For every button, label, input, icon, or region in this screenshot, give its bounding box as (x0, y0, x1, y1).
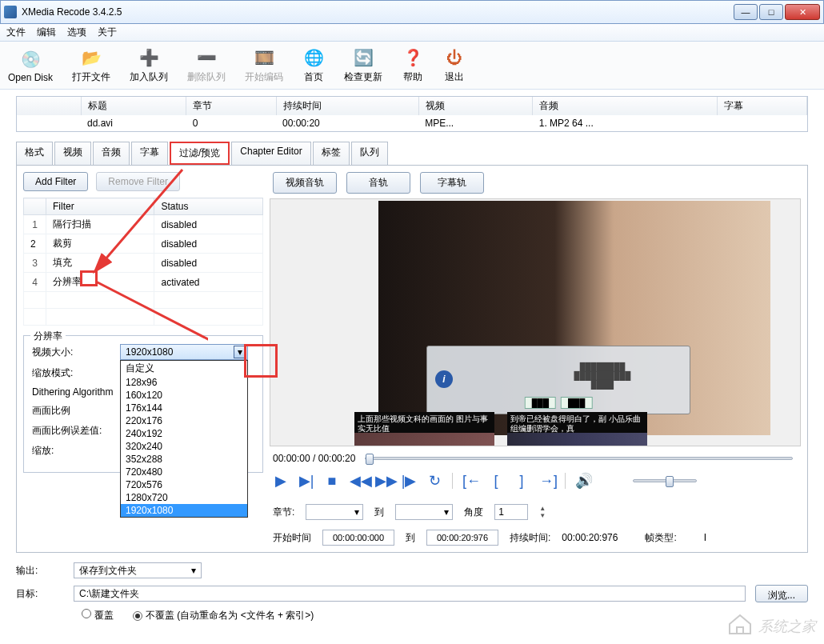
col-subtitle[interactable]: 字幕 (717, 97, 806, 115)
tab-filter-preview[interactable]: 过滤/预览 (170, 142, 230, 165)
loop-icon[interactable]: ↻ (426, 472, 442, 490)
tab-audio[interactable]: 音频 (93, 142, 130, 165)
tool-start-encode: 🎞️开始编码 (245, 46, 283, 84)
resolution-legend: 分辨率 (30, 330, 66, 343)
dropdown-option[interactable]: 240x192 (121, 427, 247, 440)
filter-row[interactable]: 1隔行扫描disabled (24, 215, 263, 234)
dropdown-option[interactable]: 320x240 (121, 440, 247, 453)
help-icon: ❓ (402, 46, 424, 69)
main-panel: Add Filter Remove Filter Filter Status 1… (16, 165, 808, 553)
dropdown-option[interactable]: 720x576 (121, 478, 247, 491)
step-forward-icon[interactable]: |▶ (401, 472, 417, 490)
col-audio[interactable]: 音频 (533, 97, 717, 115)
fast-forward-icon[interactable]: ▶▶ (375, 472, 391, 490)
menu-edit[interactable]: 编辑 (37, 26, 56, 39)
scale-mode-label: 缩放模式: (32, 366, 120, 380)
col-duration[interactable]: 持续时间 (276, 97, 418, 115)
angle-down-icon[interactable]: ▼ (539, 512, 550, 519)
preview-thumbnail[interactable]: 到帝已经被盘得明白了，副 小品乐曲组编删谓学会，真 (507, 412, 647, 446)
col-video[interactable]: 视频 (418, 97, 533, 115)
end-time-input[interactable]: 00:00:20:976 (426, 530, 498, 546)
tab-chapter-editor[interactable]: Chapter Editor (231, 142, 310, 165)
col-chapter[interactable]: 章节 (186, 97, 276, 115)
output-label: 输出: (16, 564, 64, 578)
filter-row[interactable]: 4分辨率activated (24, 273, 263, 292)
volume-icon[interactable]: 🔊 (575, 472, 591, 490)
tool-home[interactable]: 🌐首页 (302, 46, 325, 84)
tab-video[interactable]: 视频 (54, 142, 91, 165)
bracket-right-icon[interactable]: ] (514, 473, 530, 490)
angle-input[interactable]: 1 (494, 504, 528, 520)
tabs: 格式 视频 音频 字幕 过滤/预览 Chapter Editor 标签 队列 (16, 142, 808, 165)
minus-icon: ➖ (195, 46, 218, 69)
window-title: XMedia Recode 3.4.2.5 (22, 6, 734, 18)
col-title[interactable]: 标题 (81, 97, 186, 115)
tool-open-file[interactable]: 📂打开文件 (72, 46, 110, 84)
audio-track-button[interactable]: 音轨 (346, 172, 410, 194)
output-section: 输出: 保存到文件夹▾ 目标: C:\新建文件夹 浏览... 覆盖 不覆盖 (自… (16, 562, 808, 622)
menu-file[interactable]: 文件 (6, 26, 26, 39)
aspect-label: 画面比例 (32, 404, 120, 418)
frame-type-label: 帧类型: (645, 531, 676, 545)
browse-button[interactable]: 浏览... (755, 585, 808, 602)
video-size-dropdown-list[interactable]: 自定义 128x96 160x120 176x144 220x176 240x1… (120, 360, 248, 518)
output-mode-select[interactable]: 保存到文件夹▾ (74, 562, 202, 578)
tool-add-job[interactable]: ➕加入队列 (130, 46, 168, 84)
dropdown-option[interactable]: 1920x1080 (121, 504, 247, 517)
app-icon (4, 6, 17, 18)
target-path-input[interactable]: C:\新建文件夹 (74, 586, 746, 602)
angle-up-icon[interactable]: ▲ (539, 505, 550, 512)
tool-help[interactable]: ❓帮助 (402, 46, 424, 84)
menu-about[interactable]: 关于 (98, 26, 117, 39)
no-overwrite-radio[interactable]: 不覆盖 (自动重命名为 <文件名 + 索引>) (133, 609, 314, 622)
duration-value: 00:00:20:976 (562, 532, 618, 543)
close-button[interactable]: ✕ (785, 4, 820, 20)
subtitle-track-button[interactable]: 字幕轨 (420, 172, 484, 194)
video-size-dropdown[interactable]: 1920x1080 ▾ (120, 344, 248, 360)
chapter-to-select[interactable]: ▾ (395, 504, 453, 520)
tool-check-update[interactable]: 🔄检查更新 (344, 46, 382, 84)
dropdown-option[interactable]: 自定义 (121, 361, 247, 376)
video-audio-track-button[interactable]: 视频音轨 (273, 172, 337, 194)
file-row[interactable]: dd.avi 0 00:00:20 MPE... 1. MP2 64 ... (17, 115, 807, 131)
chevron-down-icon: ▾ (234, 346, 246, 358)
seek-slider[interactable] (365, 457, 793, 460)
dropdown-option[interactable]: 128x96 (121, 376, 247, 389)
dropdown-option[interactable]: 176x144 (121, 402, 247, 414)
dropdown-option[interactable]: 160x120 (121, 389, 247, 402)
frame-type-value: I (704, 532, 706, 543)
preview-thumbnail[interactable]: 上面那些视频文科的画面的 图片与事实无比值 (354, 412, 494, 446)
filter-row[interactable]: 2裁剪disabled (24, 234, 263, 254)
tab-subtitle[interactable]: 字幕 (131, 142, 168, 165)
bracket-left-icon[interactable]: [ (488, 473, 504, 490)
mark-out-icon[interactable]: →] (539, 473, 555, 490)
volume-slider[interactable] (633, 479, 697, 482)
tab-tags[interactable]: 标签 (313, 142, 350, 165)
add-filter-button[interactable]: Add Filter (23, 172, 88, 191)
dialog-btn: ███ (561, 397, 592, 409)
tool-open-disk[interactable]: 💿Open Disk (8, 48, 53, 83)
toolbar: 💿Open Disk 📂打开文件 ➕加入队列 ➖删除队列 🎞️开始编码 🌐首页 … (0, 42, 824, 90)
tab-format[interactable]: 格式 (16, 142, 53, 165)
stop-icon[interactable]: ■ (324, 473, 340, 490)
chapter-from-select[interactable]: ▾ (306, 504, 363, 520)
next-icon[interactable]: ▶| (298, 472, 314, 490)
refresh-icon: 🔄 (352, 46, 374, 69)
filter-row[interactable]: 3填充disabled (24, 254, 263, 273)
play-icon[interactable]: ▶ (273, 472, 289, 490)
start-time-input[interactable]: 00:00:00:000 (322, 530, 394, 546)
menu-options[interactable]: 选项 (67, 26, 86, 39)
mark-in-icon[interactable]: [← (462, 473, 478, 490)
tab-queue[interactable]: 队列 (351, 142, 388, 165)
tool-exit[interactable]: ⏻退出 (443, 46, 466, 84)
overwrite-radio[interactable]: 覆盖 (82, 609, 114, 622)
minimize-button[interactable]: — (734, 4, 758, 20)
maximize-button[interactable]: □ (759, 4, 783, 20)
dropdown-option[interactable]: 720x480 (121, 466, 247, 478)
dropdown-option[interactable]: 1280x720 (121, 491, 247, 504)
angle-label: 角度 (464, 506, 483, 519)
rewind-icon[interactable]: ◀◀ (350, 472, 366, 490)
chevron-down-icon: ▾ (191, 565, 196, 576)
dropdown-option[interactable]: 352x288 (121, 453, 247, 466)
dropdown-option[interactable]: 220x176 (121, 414, 247, 427)
